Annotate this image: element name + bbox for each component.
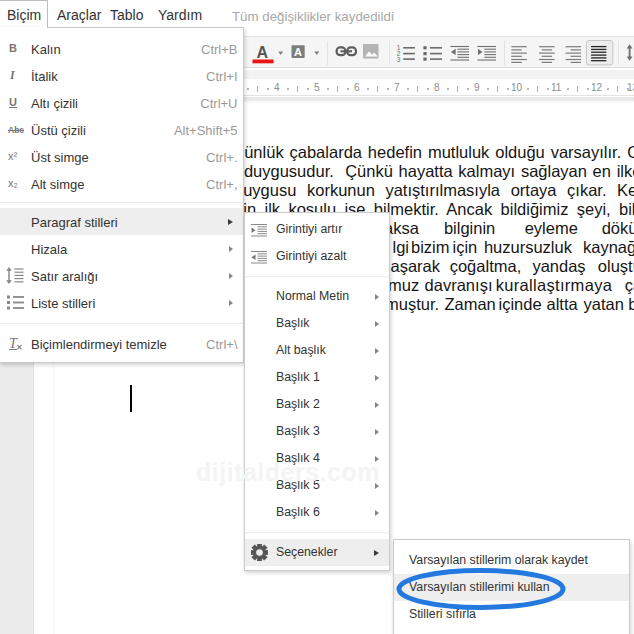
svg-text:3: 3 <box>397 56 401 63</box>
svg-text:A: A <box>294 46 302 58</box>
svg-text:A: A <box>257 44 269 61</box>
